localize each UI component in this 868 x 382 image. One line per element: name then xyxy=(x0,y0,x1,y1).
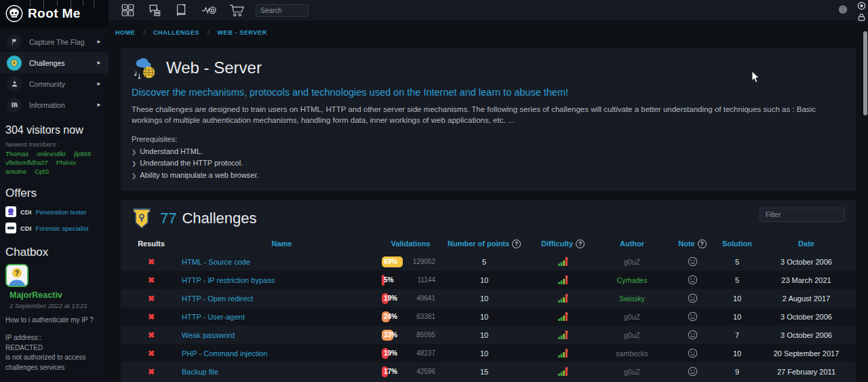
hanging-string-decoration xyxy=(94,0,94,9)
member-link[interactable]: antoine xyxy=(5,168,26,175)
column-validations[interactable]: Validations xyxy=(382,240,439,248)
challenges-count-label: Challenges xyxy=(182,210,256,227)
filter-input[interactable] xyxy=(760,208,845,222)
challenge-author[interactable]: g0uZ xyxy=(597,368,667,376)
difficulty-bars-icon xyxy=(529,330,597,339)
validation-count: 129062 xyxy=(413,258,439,265)
skull-logo-icon xyxy=(5,5,23,22)
search-input[interactable] xyxy=(256,4,309,17)
target-overlay-icon[interactable] xyxy=(857,1,866,10)
offer-link[interactable]: Penetration tester xyxy=(35,208,86,216)
offers-title: Offers xyxy=(0,176,108,204)
prerequisites-label: Prerequisites: xyxy=(121,126,856,143)
validation-percent-bar: 17% xyxy=(382,366,416,377)
challenge-author[interactable]: Cyrhades xyxy=(597,276,667,284)
prerequisites-list: ❯Understand HTML. ❯Understand the HTTP p… xyxy=(121,143,856,182)
difficulty-bars-icon xyxy=(529,257,597,266)
language-globe-icon[interactable] xyxy=(838,5,848,17)
column-difficulty[interactable]: Difficulty? xyxy=(529,240,597,248)
challenge-author[interactable]: g0uZ xyxy=(597,313,667,321)
validation-percent-label: 69% xyxy=(384,258,397,265)
catalog-icon[interactable] xyxy=(120,3,136,18)
challenge-name-link[interactable]: Weak password xyxy=(182,331,382,339)
scrollbar-thumb[interactable] xyxy=(863,31,867,115)
table-header: Results Name Validations Number of point… xyxy=(121,235,856,252)
sidebar: Root Me Capture The Flag ► Challenges ► xyxy=(0,0,108,382)
logo[interactable]: Root Me xyxy=(0,0,108,27)
member-link[interactable]: jlp866 xyxy=(74,150,91,157)
chat-message-line: challenges services xyxy=(5,363,103,373)
solution-count[interactable]: 5 xyxy=(717,258,757,266)
challenge-author[interactable]: g0uZ xyxy=(597,331,667,339)
web-server-category-icon xyxy=(132,56,157,80)
validation-percent-bar: 33% xyxy=(382,330,416,341)
forum-chat-icon[interactable] xyxy=(147,3,163,18)
challenge-author[interactable]: Swissky xyxy=(597,294,667,303)
solution-count[interactable]: 7 xyxy=(717,331,757,339)
member-link[interactable]: vfleltvmfldhs07 xyxy=(5,159,48,166)
chevron-bullet-icon: ❯ xyxy=(132,149,136,155)
solution-count[interactable]: 9 xyxy=(717,368,757,376)
help-icon[interactable]: ? xyxy=(512,240,521,248)
challenge-name-link[interactable]: HTTP - Open redirect xyxy=(182,294,382,303)
column-points[interactable]: Number of points? xyxy=(439,240,529,248)
offer-item: CDI Penetration tester xyxy=(0,204,108,220)
validations-cell: 24% 63381 xyxy=(382,311,439,322)
solution-count[interactable]: 5 xyxy=(717,276,757,284)
docs-icon[interactable] xyxy=(174,3,189,18)
challenge-name-link[interactable]: PHP - Command injection xyxy=(182,349,382,358)
challenge-name-link[interactable]: HTTP - User-agent xyxy=(182,313,382,321)
sidebar-item-information[interactable]: Information ► xyxy=(0,94,108,115)
member-link[interactable]: onlinestlkr xyxy=(37,150,66,157)
challenge-date: 3 October 2006 xyxy=(757,258,856,266)
points-value: 10 xyxy=(439,276,529,284)
solution-count[interactable]: 10 xyxy=(717,313,757,321)
chevron-right-icon: ► xyxy=(96,39,102,45)
chat-message-line: is not authorized to access xyxy=(5,353,103,363)
challenge-name-link[interactable]: HTML - Source code xyxy=(182,258,382,266)
solution-count[interactable]: 10 xyxy=(717,349,757,358)
breadcrumb-home-link[interactable]: HOME xyxy=(115,29,135,36)
table-row: ✖ PHP - Command injection 19% 48237 10 s… xyxy=(121,344,856,362)
column-solution[interactable]: Solution xyxy=(717,240,757,248)
sidebar-item-label: Challenges xyxy=(29,59,65,67)
chat-username-link[interactable]: MajorReactiv xyxy=(0,287,108,300)
note-smiley-icon xyxy=(667,293,717,303)
lock-overlay-icon[interactable] xyxy=(857,13,866,22)
table-row: ✖ Backup file 17% 42596 15 g0uZ xyxy=(121,362,856,381)
avatar[interactable]: ? xyxy=(5,264,28,287)
sidebar-item-challenges[interactable]: Challenges ► xyxy=(0,52,108,73)
column-name[interactable]: Name xyxy=(182,240,382,248)
member-link[interactable]: Thomas xyxy=(5,150,28,157)
chevron-bullet-icon: ❯ xyxy=(132,172,136,179)
sidebar-item-capture-the-flag[interactable]: Capture The Flag ► xyxy=(0,31,108,52)
column-note[interactable]: Note? xyxy=(667,240,717,248)
library-icon xyxy=(7,98,22,113)
shop-cart-icon[interactable] xyxy=(229,3,245,18)
activity-target-icon[interactable] xyxy=(201,3,217,18)
category-subtitle: Discover the mechanisms, protocols and t… xyxy=(121,80,856,98)
challenge-name-link[interactable]: Backup file xyxy=(182,368,382,376)
difficulty-bars-icon xyxy=(529,294,597,303)
solution-count[interactable]: 10 xyxy=(717,294,757,303)
help-icon[interactable]: ? xyxy=(698,240,707,248)
points-value: 15 xyxy=(439,368,529,376)
column-author[interactable]: Author xyxy=(597,240,667,248)
breadcrumb-current-page[interactable]: WEB - SERVER xyxy=(217,29,267,36)
challenge-date: 3 October 2006 xyxy=(757,313,856,321)
offer-link[interactable]: Forensic specialist xyxy=(35,225,88,232)
challenge-name-link[interactable]: HTTP - IP restriction bypass xyxy=(182,276,382,284)
topbar xyxy=(108,0,868,20)
sidebar-item-community[interactable]: Community ► xyxy=(0,73,108,94)
not-validated-icon: ✖ xyxy=(121,349,182,358)
challenge-author[interactable]: sambecks xyxy=(597,349,667,358)
member-link[interactable]: Phénix xyxy=(56,159,76,166)
validation-percent-label: 24% xyxy=(384,313,397,320)
column-date[interactable]: Date xyxy=(757,240,856,248)
challenge-author[interactable]: g0uZ xyxy=(597,258,667,266)
validations-cell: 5% 11144 xyxy=(382,275,439,286)
member-link[interactable]: CptS xyxy=(35,168,49,175)
help-icon[interactable]: ? xyxy=(576,240,585,248)
validation-count: 48237 xyxy=(416,349,439,357)
breadcrumb-challenges-link[interactable]: CHALLENGES xyxy=(153,29,199,36)
